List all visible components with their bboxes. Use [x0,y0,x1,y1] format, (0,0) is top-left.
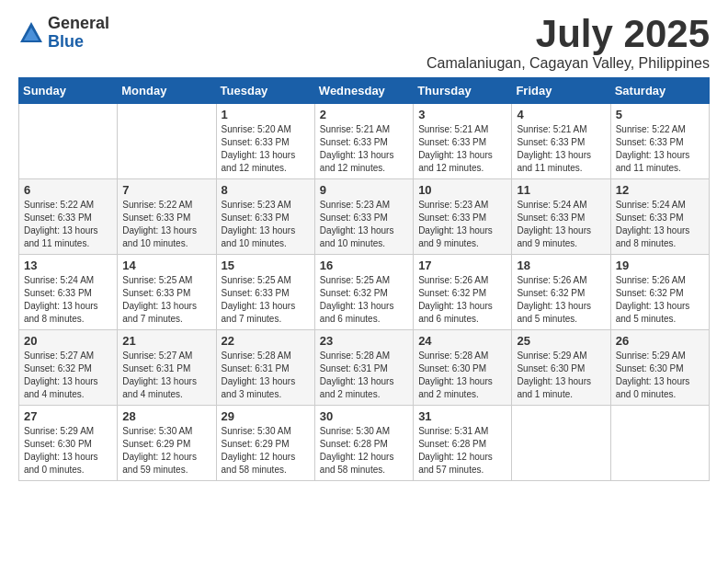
day-number: 11 [517,183,605,197]
day-number: 12 [616,183,704,197]
calendar-cell: 25Sunrise: 5:29 AM Sunset: 6:30 PM Dayli… [512,330,610,406]
calendar-cell [118,104,216,179]
calendar-cell: 31Sunrise: 5:31 AM Sunset: 6:28 PM Dayli… [414,406,512,481]
day-detail: Sunrise: 5:22 AM Sunset: 6:33 PM Dayligh… [122,199,210,250]
calendar-cell: 9Sunrise: 5:23 AM Sunset: 6:33 PM Daylig… [314,179,413,255]
calendar-cell: 17Sunrise: 5:26 AM Sunset: 6:32 PM Dayli… [414,255,512,330]
calendar-cell: 13Sunrise: 5:24 AM Sunset: 6:33 PM Dayli… [19,255,118,330]
day-detail: Sunrise: 5:31 AM Sunset: 6:28 PM Dayligh… [418,425,506,477]
weekday-header-saturday: Saturday [610,78,709,104]
calendar-cell: 5Sunrise: 5:22 AM Sunset: 6:33 PM Daylig… [610,104,709,179]
day-detail: Sunrise: 5:21 AM Sunset: 6:33 PM Dayligh… [418,123,506,175]
calendar-cell: 1Sunrise: 5:20 AM Sunset: 6:33 PM Daylig… [216,104,314,179]
day-number: 2 [320,108,408,121]
day-number: 13 [24,259,112,272]
calendar-cell: 18Sunrise: 5:26 AM Sunset: 6:32 PM Dayli… [512,255,610,330]
calendar-week-row: 13Sunrise: 5:24 AM Sunset: 6:33 PM Dayli… [19,255,710,330]
calendar-cell [512,406,610,481]
calendar-cell: 27Sunrise: 5:29 AM Sunset: 6:30 PM Dayli… [19,406,118,481]
calendar-cell: 16Sunrise: 5:25 AM Sunset: 6:32 PM Dayli… [314,255,413,330]
weekday-header-row: SundayMondayTuesdayWednesdayThursdayFrid… [19,78,710,104]
day-detail: Sunrise: 5:25 AM Sunset: 6:33 PM Dayligh… [122,274,210,326]
calendar-cell [19,104,118,179]
day-detail: Sunrise: 5:30 AM Sunset: 6:29 PM Dayligh… [122,425,210,477]
day-number: 22 [222,334,310,348]
day-number: 7 [122,183,210,197]
day-detail: Sunrise: 5:30 AM Sunset: 6:28 PM Dayligh… [320,425,408,477]
day-number: 28 [122,409,210,423]
calendar-cell: 3Sunrise: 5:21 AM Sunset: 6:33 PM Daylig… [414,104,512,179]
calendar-week-row: 1Sunrise: 5:20 AM Sunset: 6:33 PM Daylig… [19,104,710,179]
calendar-week-row: 27Sunrise: 5:29 AM Sunset: 6:30 PM Dayli… [19,406,710,481]
day-detail: Sunrise: 5:29 AM Sunset: 6:30 PM Dayligh… [517,350,605,401]
day-detail: Sunrise: 5:27 AM Sunset: 6:32 PM Dayligh… [24,350,112,401]
location-title: Camalaniugan, Cagayan Valley, Philippine… [427,55,710,72]
day-number: 14 [122,259,210,272]
day-number: 16 [320,259,408,272]
calendar-cell: 22Sunrise: 5:28 AM Sunset: 6:31 PM Dayli… [216,330,314,406]
calendar-cell: 20Sunrise: 5:27 AM Sunset: 6:32 PM Dayli… [19,330,118,406]
weekday-header-monday: Monday [118,78,216,104]
page-header: General Blue July 2025 Camalaniugan, Cag… [18,15,710,72]
weekday-header-wednesday: Wednesday [314,78,413,104]
day-detail: Sunrise: 5:23 AM Sunset: 6:33 PM Dayligh… [222,199,310,250]
day-detail: Sunrise: 5:22 AM Sunset: 6:33 PM Dayligh… [616,123,704,175]
day-number: 20 [24,334,112,348]
calendar-cell: 4Sunrise: 5:21 AM Sunset: 6:33 PM Daylig… [512,104,610,179]
day-detail: Sunrise: 5:27 AM Sunset: 6:31 PM Dayligh… [122,350,210,401]
day-number: 3 [418,108,506,121]
day-number: 15 [222,259,310,272]
day-detail: Sunrise: 5:26 AM Sunset: 6:32 PM Dayligh… [517,274,605,326]
day-number: 9 [320,183,408,197]
month-title: July 2025 [427,15,710,53]
logo-icon [18,20,44,46]
day-detail: Sunrise: 5:28 AM Sunset: 6:31 PM Dayligh… [320,350,408,401]
day-number: 19 [616,259,704,272]
day-detail: Sunrise: 5:23 AM Sunset: 6:33 PM Dayligh… [418,199,506,250]
calendar-cell: 28Sunrise: 5:30 AM Sunset: 6:29 PM Dayli… [118,406,216,481]
day-detail: Sunrise: 5:21 AM Sunset: 6:33 PM Dayligh… [517,123,605,175]
weekday-header-tuesday: Tuesday [216,78,314,104]
calendar-cell: 23Sunrise: 5:28 AM Sunset: 6:31 PM Dayli… [314,330,413,406]
day-detail: Sunrise: 5:29 AM Sunset: 6:30 PM Dayligh… [24,425,112,477]
day-detail: Sunrise: 5:29 AM Sunset: 6:30 PM Dayligh… [616,350,704,401]
day-detail: Sunrise: 5:25 AM Sunset: 6:33 PM Dayligh… [222,274,310,326]
day-number: 23 [320,334,408,348]
logo-text: General Blue [48,15,109,52]
day-number: 1 [222,108,310,121]
day-detail: Sunrise: 5:21 AM Sunset: 6:33 PM Dayligh… [320,123,408,175]
title-block: July 2025 Camalaniugan, Cagayan Valley, … [427,15,710,72]
calendar-cell: 7Sunrise: 5:22 AM Sunset: 6:33 PM Daylig… [118,179,216,255]
day-detail: Sunrise: 5:23 AM Sunset: 6:33 PM Dayligh… [320,199,408,250]
calendar-cell: 19Sunrise: 5:26 AM Sunset: 6:32 PM Dayli… [610,255,709,330]
calendar-week-row: 6Sunrise: 5:22 AM Sunset: 6:33 PM Daylig… [19,179,710,255]
day-detail: Sunrise: 5:26 AM Sunset: 6:32 PM Dayligh… [418,274,506,326]
calendar-cell: 21Sunrise: 5:27 AM Sunset: 6:31 PM Dayli… [118,330,216,406]
day-number: 29 [222,409,310,423]
day-number: 27 [24,409,112,423]
weekday-header-friday: Friday [512,78,610,104]
day-detail: Sunrise: 5:24 AM Sunset: 6:33 PM Dayligh… [616,199,704,250]
day-number: 4 [517,108,605,121]
day-number: 24 [418,334,506,348]
weekday-header-thursday: Thursday [414,78,512,104]
day-number: 21 [122,334,210,348]
day-number: 8 [222,183,310,197]
weekday-header-sunday: Sunday [19,78,118,104]
day-detail: Sunrise: 5:24 AM Sunset: 6:33 PM Dayligh… [24,274,112,326]
calendar-cell: 24Sunrise: 5:28 AM Sunset: 6:30 PM Dayli… [414,330,512,406]
calendar-cell: 15Sunrise: 5:25 AM Sunset: 6:33 PM Dayli… [216,255,314,330]
calendar-cell: 26Sunrise: 5:29 AM Sunset: 6:30 PM Dayli… [610,330,709,406]
calendar-cell: 6Sunrise: 5:22 AM Sunset: 6:33 PM Daylig… [19,179,118,255]
calendar-cell: 10Sunrise: 5:23 AM Sunset: 6:33 PM Dayli… [414,179,512,255]
calendar-cell: 8Sunrise: 5:23 AM Sunset: 6:33 PM Daylig… [216,179,314,255]
day-number: 10 [418,183,506,197]
logo: General Blue [18,15,109,52]
calendar-cell: 12Sunrise: 5:24 AM Sunset: 6:33 PM Dayli… [610,179,709,255]
day-detail: Sunrise: 5:25 AM Sunset: 6:32 PM Dayligh… [320,274,408,326]
day-number: 26 [616,334,704,348]
logo-general-text: General [48,15,109,33]
calendar-cell: 30Sunrise: 5:30 AM Sunset: 6:28 PM Dayli… [314,406,413,481]
day-number: 6 [24,183,112,197]
day-detail: Sunrise: 5:22 AM Sunset: 6:33 PM Dayligh… [24,199,112,250]
